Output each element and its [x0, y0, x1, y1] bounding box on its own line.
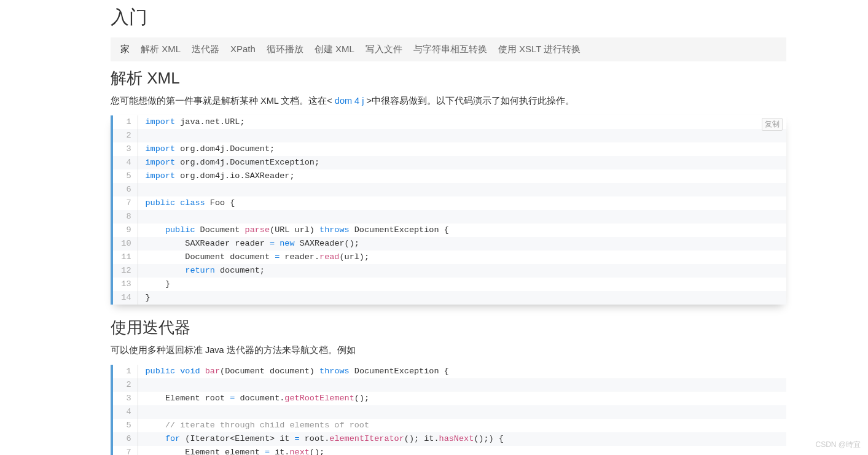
line-number: 13 [113, 278, 138, 291]
line-number: 7 [113, 196, 138, 210]
code-line: import org.dom4j.io.SAXReader; [138, 169, 786, 183]
line-number: 4 [113, 156, 138, 169]
line-number: 2 [113, 378, 138, 392]
code-line: import org.dom4j.DocumentException; [138, 156, 786, 169]
section-title-parse-xml: 解析 XML [111, 68, 786, 89]
nav-item[interactable]: 循环播放 [267, 44, 303, 55]
code-table: 1public void bar(Document document) thro… [113, 365, 786, 455]
code-line: import java.net.URL; [138, 115, 786, 129]
code-line: public void bar(Document document) throw… [138, 365, 786, 378]
code-line [138, 129, 786, 142]
line-number: 5 [113, 419, 138, 432]
line-number: 9 [113, 224, 138, 237]
line-number: 6 [113, 432, 138, 446]
code-line: return document; [138, 264, 786, 278]
line-number: 12 [113, 264, 138, 278]
line-number: 5 [113, 169, 138, 183]
code-line: // iterate through child elements of roo… [138, 419, 786, 432]
section-desc: 可以使用多种返回标准 Java 迭代器的方法来导航文档。例如 [111, 344, 786, 356]
code-table: 1import java.net.URL;23import org.dom4j.… [113, 115, 786, 305]
nav-item[interactable]: 创建 XML [315, 44, 354, 55]
line-number: 6 [113, 183, 138, 196]
code-line: for (Iterator<Element> it = root.element… [138, 432, 786, 446]
section-desc: 您可能想做的第一件事就是解析某种 XML 文档。这在< dom 4 j >中很容… [111, 95, 786, 107]
code-line: Element element = it.next(); [138, 446, 786, 455]
code-line [138, 210, 786, 224]
nav-item[interactable]: XPath [230, 44, 256, 54]
code-line: public Document parse(URL url) throws Do… [138, 224, 786, 237]
code-line: } [138, 291, 786, 305]
code-line [138, 378, 786, 392]
code-line: import org.dom4j.Document; [138, 142, 786, 156]
code-line: SAXReader reader = new SAXReader(); [138, 237, 786, 251]
dom4j-link[interactable]: dom 4 j [335, 96, 364, 106]
code-block-1: 复制 1import java.net.URL;23import org.dom… [111, 115, 786, 305]
line-number: 3 [113, 392, 138, 405]
nav-item[interactable]: 迭代器 [192, 44, 219, 55]
copy-button[interactable]: 复制 [762, 118, 783, 131]
line-number: 11 [113, 251, 138, 264]
line-number: 2 [113, 129, 138, 142]
page-title: 入门 [111, 5, 786, 30]
line-number: 1 [113, 365, 138, 378]
nav-item[interactable]: 解析 XML [141, 44, 181, 55]
line-number: 14 [113, 291, 138, 305]
code-line [138, 405, 786, 419]
nav-item[interactable]: 与字符串相互转换 [413, 44, 487, 55]
section-nav: 家解析 XML迭代器XPath循环播放创建 XML写入文件与字符串相互转换使用 … [111, 37, 786, 61]
code-line: Element root = document.getRootElement()… [138, 392, 786, 405]
code-line: Document document = reader.read(url); [138, 251, 786, 264]
nav-item[interactable]: 写入文件 [366, 44, 402, 55]
nav-item[interactable]: 使用 XSLT 进行转换 [498, 44, 581, 55]
watermark: CSDN @時宜 [815, 440, 861, 450]
line-number: 4 [113, 405, 138, 419]
line-number: 10 [113, 237, 138, 251]
code-line: } [138, 278, 786, 291]
line-number: 7 [113, 446, 138, 455]
line-number: 8 [113, 210, 138, 224]
code-block-2: 1public void bar(Document document) thro… [111, 365, 786, 455]
line-number: 1 [113, 115, 138, 129]
section-title-iterator: 使用迭代器 [111, 317, 786, 338]
code-line [138, 183, 786, 196]
nav-item[interactable]: 家 [120, 44, 130, 55]
line-number: 3 [113, 142, 138, 156]
code-line: public class Foo { [138, 196, 786, 210]
